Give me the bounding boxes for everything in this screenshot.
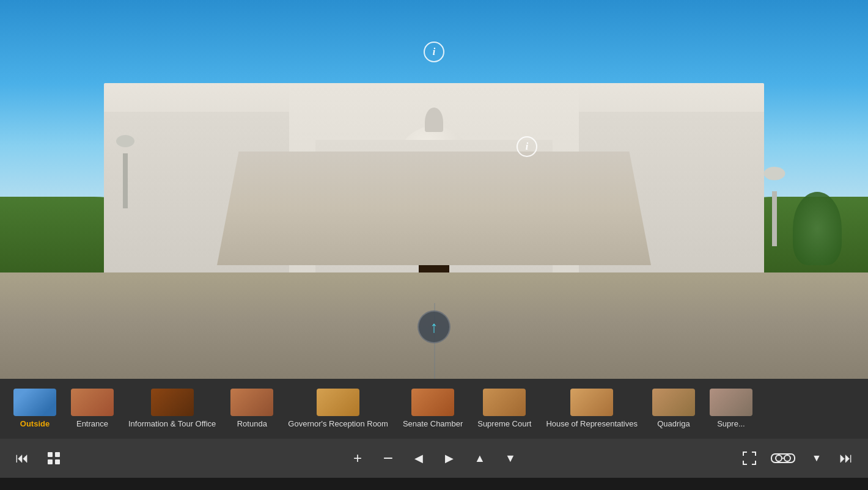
vr-button[interactable]	[769, 448, 797, 468]
zoom-out-button[interactable]: −	[378, 448, 398, 468]
supreme-court-label: Supreme Court	[477, 419, 531, 429]
controls-right-group: ▼ ⏭	[740, 448, 856, 468]
tree-right	[793, 192, 842, 265]
quadriga-label: Quadriga	[657, 419, 690, 429]
location-item-entrance[interactable]: Entrance	[64, 384, 121, 434]
info-hotspot-building[interactable]: i	[517, 136, 537, 157]
lamp-head-right	[764, 167, 785, 180]
location-item-info-tour[interactable]: Information & Tour Office	[121, 384, 223, 434]
fast-forward-button[interactable]: ⏭	[836, 448, 856, 468]
senate-label: Senate Chamber	[403, 419, 463, 429]
svg-rect-1	[55, 452, 60, 457]
rotunda-thumbnail	[230, 389, 273, 416]
location-item-senate[interactable]: Senate Chamber	[395, 384, 470, 434]
fullscreen-button[interactable]	[740, 448, 759, 468]
senate-thumbnail	[411, 389, 454, 416]
controls-center-group: + − ◀ ▶ ▲ ▼	[348, 448, 520, 468]
supreme-court-thumbnail	[483, 389, 526, 416]
nav-forward-arrow[interactable]	[417, 310, 451, 343]
entrance-label: Entrance	[76, 419, 108, 429]
location-item-rotunda[interactable]: Rotunda	[223, 384, 281, 434]
panorama-view[interactable]: i i	[0, 0, 868, 379]
zoom-in-button[interactable]: +	[348, 448, 367, 468]
pan-right-button[interactable]: ▶	[440, 448, 459, 468]
control-bar: ⏮ + − ◀ ▶ ▲ ▼	[0, 439, 868, 478]
location-item-supreme2[interactable]: Supre...	[702, 384, 760, 434]
svg-point-5	[776, 455, 782, 461]
location-item-supreme-court[interactable]: Supreme Court	[470, 384, 539, 434]
info-tour-label: Information & Tour Office	[128, 419, 216, 429]
capitol-steps	[217, 152, 651, 265]
grid-view-button[interactable]	[44, 448, 64, 468]
lamp-post-right	[759, 167, 790, 246]
location-item-house[interactable]: House of Representatives	[539, 384, 645, 434]
quadriga-thumbnail	[652, 389, 695, 416]
rewind-button[interactable]: ⏮	[12, 448, 32, 468]
governors-thumbnail	[317, 389, 359, 416]
location-item-outside[interactable]: Outside	[6, 384, 64, 434]
svg-rect-0	[48, 452, 53, 457]
dome-lantern	[425, 108, 443, 132]
governors-label: Governor's Reception Room	[288, 419, 388, 429]
controls-left-group: ⏮	[12, 448, 64, 468]
lamp-post-left	[113, 135, 138, 208]
svg-rect-2	[48, 459, 53, 464]
tilt-down-button[interactable]: ▼	[501, 448, 520, 468]
lamp-head-left	[116, 135, 134, 147]
svg-point-6	[784, 455, 790, 461]
outside-label: Outside	[20, 419, 50, 429]
rotunda-label: Rotunda	[237, 419, 267, 429]
tilt-up-button[interactable]: ▲	[470, 448, 490, 468]
info-hotspot-dome[interactable]: i	[424, 42, 444, 62]
location-item-governors[interactable]: Governor's Reception Room	[281, 384, 395, 434]
supreme2-label: Supre...	[717, 419, 745, 429]
location-item-quadriga[interactable]: Quadriga	[645, 384, 702, 434]
supreme2-thumbnail	[710, 389, 752, 416]
menu-dropdown-button[interactable]: ▼	[807, 448, 826, 468]
outside-thumbnail	[13, 389, 56, 416]
svg-rect-3	[55, 459, 60, 464]
location-bar: Outside Entrance Information & Tour Offi…	[0, 379, 868, 439]
entrance-thumbnail	[71, 389, 114, 416]
pan-left-button[interactable]: ◀	[409, 448, 428, 468]
house-label: House of Representatives	[546, 419, 638, 429]
house-thumbnail	[570, 389, 613, 416]
info-tour-thumbnail	[151, 389, 194, 416]
